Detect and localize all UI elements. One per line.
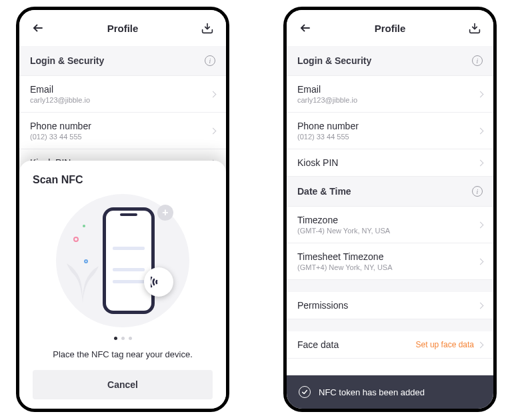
section-login-security: Login & Security i: [287, 46, 493, 76]
row-label: Email: [30, 84, 90, 95]
decor-dot: [83, 225, 85, 227]
header: Profile: [287, 10, 493, 46]
page-title: Profile: [107, 23, 139, 34]
row-label: Timezone: [297, 215, 390, 225]
sheet-title: Scan NFC: [33, 174, 213, 186]
info-icon[interactable]: i: [472, 186, 483, 197]
section-title: Login & Security: [30, 55, 104, 66]
section-gap: [287, 280, 493, 292]
row-kiosk-pin[interactable]: Kiosk PIN: [287, 149, 493, 177]
row-value: (GMT+4) New York, NY, USA: [297, 263, 393, 271]
row-email[interactable]: Email carly123@jibble.io: [19, 76, 226, 113]
plant-decor-icon: [63, 257, 103, 303]
download-icon[interactable]: [199, 20, 215, 36]
back-icon[interactable]: [297, 20, 313, 36]
section-title: Login & Security: [297, 55, 371, 66]
phone-screen-profile: Profile Login & Security i Email carly12…: [283, 7, 497, 412]
row-label: Face data: [297, 339, 339, 350]
phone-screen-scan-nfc: Profile Login & Security i Email carly12…: [16, 7, 229, 412]
row-email[interactable]: Email carly123@jibble.io: [287, 76, 493, 113]
decor-dot: [73, 237, 79, 242]
face-data-action[interactable]: Set up face data: [416, 340, 474, 349]
row-label: Phone number: [30, 121, 91, 131]
row-label: Permissions: [297, 300, 348, 311]
row-value: carly123@jibble.io: [30, 96, 90, 104]
chevron-right-icon: [477, 221, 484, 228]
row-timesheet-timezone[interactable]: Timesheet Timezone (GMT+4) New York, NY,…: [287, 243, 493, 280]
cancel-button[interactable]: Cancel: [33, 370, 213, 399]
chevron-right-icon: [477, 341, 484, 348]
phone-illustration-icon: [103, 207, 155, 314]
row-phone[interactable]: Phone number (012) 33 44 555: [287, 113, 493, 149]
sheet-instruction: Place the NFC tag near your device.: [33, 349, 213, 359]
page-indicator: [33, 337, 213, 340]
section-login-security: Login & Security i: [19, 46, 226, 76]
chevron-right-icon: [210, 91, 217, 97]
chevron-right-icon: [477, 91, 484, 97]
chevron-right-icon: [477, 159, 484, 166]
row-value: (GMT-4) New York, NY, USA: [297, 227, 390, 235]
section-date-time: Date & Time i: [287, 177, 493, 207]
section-title: Date & Time: [297, 186, 351, 197]
toast-nfc-added: NFC token has been added: [287, 375, 493, 409]
row-label: Kiosk PIN: [297, 157, 338, 168]
chevron-right-icon: [477, 302, 484, 309]
info-icon[interactable]: i: [472, 55, 483, 66]
check-circle-icon: [299, 386, 311, 398]
chevron-right-icon: [210, 127, 217, 134]
row-label: Email: [297, 84, 357, 95]
header: Profile: [19, 10, 226, 46]
chevron-right-icon: [477, 258, 484, 265]
info-icon[interactable]: i: [205, 55, 215, 66]
page-title: Profile: [375, 23, 406, 34]
nfc-illustration: +: [56, 194, 189, 327]
plus-decor-icon: +: [157, 205, 173, 221]
back-icon[interactable]: [30, 20, 46, 36]
nfc-scan-sheet: Scan NFC + Place the NFC tag: [19, 161, 226, 409]
row-phone[interactable]: Phone number (012) 33 44 555: [19, 113, 226, 149]
decor-dot: [84, 259, 88, 263]
row-value: carly123@jibble.io: [297, 96, 357, 104]
row-permissions[interactable]: Permissions: [287, 292, 493, 319]
row-value: (012) 33 44 555: [297, 133, 359, 141]
row-face-data[interactable]: Face data Set up face data: [287, 331, 493, 359]
row-label: Timesheet Timezone: [297, 251, 393, 262]
row-value: (012) 33 44 555: [30, 133, 91, 141]
download-icon[interactable]: [467, 20, 483, 36]
nfc-icon: [144, 267, 173, 297]
row-label: Phone number: [297, 121, 359, 131]
section-gap: [287, 319, 493, 331]
row-timezone[interactable]: Timezone (GMT-4) New York, NY, USA: [287, 207, 493, 243]
toast-message: NFC token has been added: [319, 387, 425, 397]
chevron-right-icon: [477, 127, 484, 134]
